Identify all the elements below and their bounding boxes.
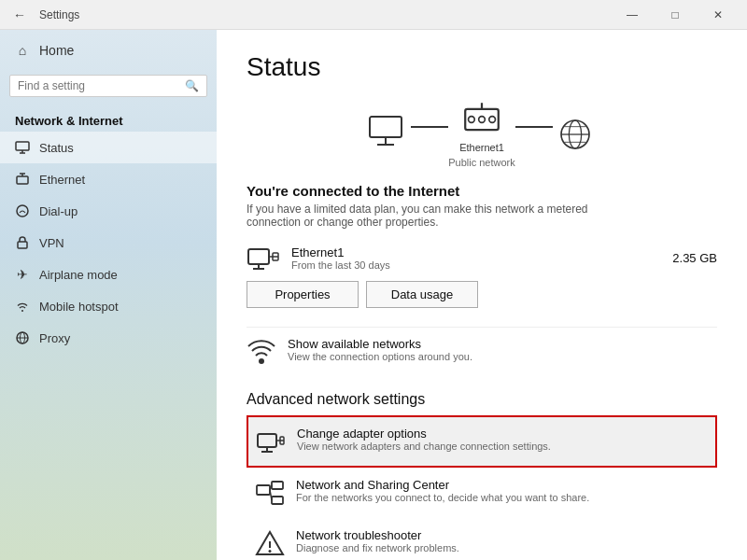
svg-rect-30 (258, 434, 276, 447)
sidebar-item-hotspot[interactable]: Mobile hotspot (0, 290, 217, 322)
svg-rect-24 (248, 249, 269, 264)
svg-line-39 (270, 490, 272, 500)
sidebar-item-label-airplane: Airplane mode (39, 268, 118, 282)
search-icon: 🔍 (185, 79, 199, 92)
sharing-center-text: Network and Sharing Center For the netwo… (296, 478, 589, 503)
vpn-icon (15, 235, 30, 250)
svg-point-17 (479, 117, 486, 123)
troubleshooter-text: Network troubleshooter Diagnose and fix … (296, 528, 459, 553)
home-icon: ⌂ (15, 43, 30, 58)
line-2 (515, 126, 553, 128)
data-usage-button[interactable]: Data usage (366, 281, 478, 308)
dialup-icon (15, 203, 30, 218)
sidebar-item-ethernet[interactable]: Ethernet (0, 163, 217, 195)
sidebar-search-box[interactable]: 🔍 (9, 75, 207, 97)
svg-point-41 (269, 550, 272, 553)
network-diagram: Ethernet1 Public network (247, 101, 717, 168)
minimize-button[interactable]: — (611, 0, 654, 30)
available-networks-sub: View the connection options around you. (288, 351, 472, 362)
troubleshooter-sub: Diagnose and fix network problems. (296, 542, 459, 553)
svg-rect-37 (272, 497, 283, 504)
sidebar-item-status[interactable]: Status (0, 132, 217, 163)
advanced-title: Advanced network settings (247, 391, 717, 408)
sidebar-item-label-dialup: Dial-up (39, 204, 78, 218)
svg-rect-36 (272, 482, 283, 489)
svg-point-16 (469, 117, 475, 123)
back-button[interactable]: ← (7, 6, 32, 24)
troubleshooter-title: Network troubleshooter (296, 528, 459, 542)
svg-rect-11 (370, 117, 402, 137)
ethernet-sub: From the last 30 days (291, 259, 661, 271)
search-input[interactable] (18, 79, 185, 92)
globe-icon (553, 116, 598, 153)
sidebar-item-vpn[interactable]: VPN (0, 227, 217, 259)
svg-rect-14 (465, 109, 499, 130)
line-1 (411, 126, 448, 128)
change-adapter-title: Change adapter options (297, 427, 551, 441)
svg-point-18 (489, 117, 496, 123)
title-bar-left: ← Settings (7, 6, 79, 24)
app-body: ⌂ Home 🔍 Network & Internet Status Ether… (0, 30, 747, 560)
sidebar-item-proxy[interactable]: Proxy (0, 322, 217, 354)
advanced-item-troubleshooter[interactable]: Network troubleshooter Diagnose and fix … (247, 518, 717, 560)
ethernet-row: Ethernet1 From the last 30 days 2.35 GB (247, 244, 717, 272)
available-networks-option[interactable]: Show available networks View the connect… (247, 327, 717, 376)
available-networks-title: Show available networks (288, 337, 472, 351)
svg-rect-0 (16, 142, 29, 150)
title-bar: ← Settings — □ ✕ (0, 0, 747, 30)
router-icon: Ethernet1 Public network (448, 101, 515, 168)
page-title: Status (247, 52, 717, 82)
close-button[interactable]: ✕ (697, 0, 740, 30)
change-adapter-text: Change adapter options View network adap… (297, 427, 551, 452)
hotspot-icon (15, 299, 30, 314)
sidebar-item-label-ethernet: Ethernet (39, 173, 85, 187)
router-sublabel: Public network (448, 157, 515, 168)
sharing-center-sub: For the networks you connect to, decide … (296, 492, 589, 503)
status-icon (15, 140, 30, 155)
computer-icon (366, 114, 411, 155)
connected-sub: If you have a limited data plan, you can… (247, 203, 639, 229)
ethernet-name: Ethernet1 (291, 245, 661, 259)
properties-button[interactable]: Properties (247, 281, 359, 308)
content-area: Status Ethernet1 (217, 30, 747, 560)
warning-icon (255, 528, 285, 558)
router-label: Ethernet1 (459, 142, 504, 153)
btn-row: Properties Data usage (247, 281, 717, 308)
sidebar-section-title: Network & Internet (0, 106, 217, 132)
svg-rect-7 (18, 242, 27, 248)
airplane-icon: ✈ (15, 267, 30, 282)
ethernet-small-icon (247, 244, 280, 272)
svg-point-29 (259, 358, 264, 364)
sidebar-item-airplane[interactable]: ✈ Airplane mode (0, 259, 217, 290)
advanced-item-sharing-center[interactable]: Network and Sharing Center For the netwo… (247, 468, 717, 518)
ethernet-icon (15, 172, 30, 187)
proxy-icon (15, 330, 30, 345)
sidebar-home-label: Home (39, 43, 74, 58)
sidebar-item-label-vpn: VPN (39, 236, 64, 250)
advanced-item-change-adapter[interactable]: Change adapter options View network adap… (247, 415, 717, 468)
svg-rect-3 (17, 176, 28, 184)
sidebar-item-label-proxy: Proxy (39, 331, 70, 345)
title-bar-controls: — □ ✕ (611, 0, 740, 30)
ethernet-info: Ethernet1 From the last 30 days (291, 245, 661, 271)
sidebar-item-label-hotspot: Mobile hotspot (39, 300, 119, 314)
maximize-button[interactable]: □ (654, 0, 697, 30)
ethernet-size: 2.35 GB (672, 251, 717, 265)
sidebar-item-dialup[interactable]: Dial-up (0, 195, 217, 227)
sharing-center-title: Network and Sharing Center (296, 478, 589, 492)
sidebar-item-label-status: Status (39, 141, 74, 155)
change-adapter-sub: View network adapters and change connect… (297, 441, 551, 452)
wifi-icon (247, 337, 276, 367)
title-bar-title: Settings (39, 8, 79, 21)
sharing-icon (255, 478, 285, 508)
svg-rect-35 (257, 485, 270, 495)
adapter-icon (256, 427, 286, 456)
sidebar-home-item[interactable]: ⌂ Home (0, 30, 217, 71)
connected-title: You're connected to the Internet (247, 183, 717, 199)
available-networks-text: Show available networks View the connect… (288, 337, 472, 362)
sidebar: ⌂ Home 🔍 Network & Internet Status Ether… (0, 30, 217, 560)
